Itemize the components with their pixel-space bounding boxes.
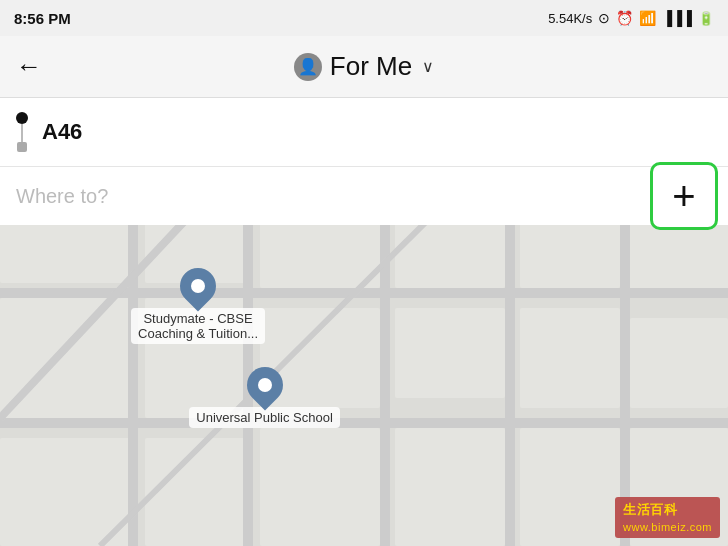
origin-text[interactable]: A46 [42, 119, 712, 145]
circle-icon: ⊙ [598, 10, 610, 26]
dot-line [16, 112, 28, 152]
svg-rect-22 [395, 428, 505, 546]
destination-placeholder: Where to? [16, 185, 712, 208]
avatar-icon: 👤 [294, 53, 322, 81]
pin-label-studymate: Studymate - CBSECoaching & Tuition... [131, 308, 265, 344]
plus-icon: + [672, 176, 695, 216]
person-icon: 👤 [298, 57, 318, 76]
status-right: 5.54K/s ⊙ ⏰ 📶 ▐▐▐ 🔋 [548, 10, 714, 26]
svg-rect-19 [0, 438, 130, 546]
svg-rect-21 [260, 428, 380, 546]
alarm-icon: ⏰ [616, 10, 633, 26]
search-panel: A46 Where to? + [0, 98, 728, 225]
map-pin-studymate[interactable]: Studymate - CBSECoaching & Tuition... [131, 268, 265, 344]
back-button[interactable]: ← [16, 51, 42, 82]
network-speed: 5.54K/s [548, 11, 592, 26]
pin-circle-school [239, 359, 290, 410]
pin-inner [191, 279, 205, 293]
pin-circle [173, 261, 224, 312]
svg-rect-18 [630, 318, 728, 408]
origin-row: A46 [0, 98, 728, 167]
connector-line [21, 124, 23, 142]
status-time: 8:56 PM [14, 10, 71, 27]
origin-dot [16, 112, 28, 124]
watermark: 生活百科www.bimeiz.com [615, 497, 720, 538]
status-bar: 8:56 PM 5.54K/s ⊙ ⏰ 📶 ▐▐▐ 🔋 [0, 0, 728, 36]
wifi-icon: 📶 [639, 10, 656, 26]
header-title: For Me [330, 51, 412, 82]
back-arrow-icon: ← [16, 51, 42, 81]
map-pin-school[interactable]: Universal Public School [189, 367, 340, 428]
header: ← 👤 For Me ∨ [0, 36, 728, 98]
signal-icon: ▐▐▐ [662, 10, 692, 26]
chevron-down-icon[interactable]: ∨ [422, 57, 434, 76]
destination-dot [17, 142, 27, 152]
battery-icon: 🔋 [698, 11, 714, 26]
svg-rect-15 [520, 308, 620, 408]
header-center: 👤 For Me ∨ [294, 51, 434, 82]
plus-button[interactable]: + [650, 162, 718, 230]
svg-rect-23 [520, 428, 620, 546]
watermark-text: 生活百科www.bimeiz.com [623, 502, 712, 534]
destination-row[interactable]: Where to? + [0, 167, 728, 225]
svg-rect-12 [395, 308, 505, 398]
pin-inner-school [258, 378, 272, 392]
